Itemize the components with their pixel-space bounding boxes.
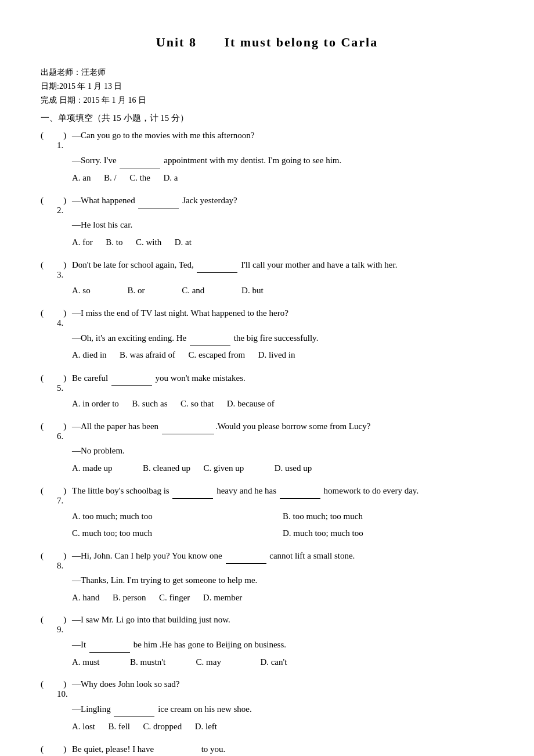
- q2-blank: [138, 193, 179, 208]
- q7-paren-open: (: [41, 486, 57, 496]
- q8-sub: —Thanks, Lin. I'm trying to get someone …: [72, 573, 493, 588]
- unit-label: Unit 8: [156, 35, 197, 49]
- question-11: ( ) 11. Be quiet, please! I have to you.…: [41, 741, 493, 756]
- q8-options: A. hand B. person C. finger D. member: [72, 589, 493, 606]
- q6-sub: —No problem.: [72, 444, 493, 459]
- q3-options: A. so B. or C. and D. but: [72, 282, 493, 299]
- page-title: Unit 8 It must belong to Carla: [41, 35, 493, 50]
- q8-paren-open: (: [41, 551, 57, 561]
- question-10: ( ) 10. —Why does John look so sad? —Lin…: [41, 677, 493, 735]
- date-info: 日期:2015 年 1 月 13 日: [41, 81, 493, 92]
- q9-paren-open: (: [41, 615, 57, 625]
- q7-opt-b: B. too much; too much: [283, 508, 493, 525]
- q8-text: —Hi, John. Can I help you? You know one …: [72, 548, 493, 564]
- q2-paren-close: ) 2.: [57, 196, 72, 215]
- author-info: 出题老师：汪老师: [41, 67, 493, 78]
- q7-opt-d: D. much too; much too: [283, 525, 493, 542]
- q4-paren-open: (: [41, 308, 57, 318]
- question-5: ( ) 5. Be careful you won't make mistake…: [41, 370, 493, 412]
- q7-options: A. too much; much too B. too much; too m…: [72, 508, 493, 541]
- q11-text: Be quiet, please! I have to you.: [72, 741, 493, 756]
- q6-paren-close: ) 6.: [57, 422, 72, 441]
- q10-options: A. lost B. fell C. dropped D. left: [72, 718, 493, 735]
- q1-blank: [120, 153, 160, 168]
- q2-paren-open: (: [41, 196, 57, 206]
- q1-text: —Can you go to the movies with me this a…: [72, 128, 493, 143]
- q7-blank1: [172, 483, 213, 499]
- q6-options: A. made up B. cleaned up C. given up D. …: [72, 460, 493, 477]
- q5-text: Be careful you won't make mistakes.: [72, 370, 493, 386]
- q4-paren-close: ) 4.: [57, 308, 72, 328]
- questions-container: ( ) 1. —Can you go to the movies with me…: [41, 128, 493, 756]
- question-1: ( ) 1. —Can you go to the movies with me…: [41, 128, 493, 186]
- question-6: ( ) 6. —All the paper has been .Would yo…: [41, 419, 493, 476]
- q4-blank: [190, 330, 230, 346]
- q5-blank: [111, 370, 152, 386]
- q1-sub: —Sorry. I've appointment with my dentist…: [72, 153, 493, 168]
- q9-blank: [89, 637, 130, 653]
- q8-paren-close: ) 8.: [57, 551, 72, 571]
- q3-paren-open: (: [41, 260, 57, 270]
- q7-paren-close: ) 7.: [57, 486, 72, 506]
- q10-paren-open: (: [41, 679, 57, 689]
- section1-header: 一、单项填空（共 15 小题，计 15 分）: [41, 113, 493, 124]
- q9-paren-close: ) 9.: [57, 615, 72, 635]
- q5-options: A. in order to B. such as C. so that D. …: [72, 395, 493, 412]
- question-2: ( ) 2. —What happened Jack yesterday? —H…: [41, 193, 493, 250]
- q5-paren-close: ) 5.: [57, 373, 72, 393]
- q11-paren-close: ) 11.: [57, 744, 72, 756]
- q1-options: A. an B. / C. the D. a: [72, 170, 493, 186]
- q9-sub: —It be him .He has gone to Beijing on bu…: [72, 637, 493, 653]
- q6-blank: [162, 419, 214, 434]
- q5-paren-open: (: [41, 373, 57, 383]
- q6-paren-open: (: [41, 422, 57, 431]
- q9-text: —I saw Mr. Li go into that building just…: [72, 613, 493, 628]
- completion-date-info: 完成 日期：2015 年 1 月 16 日: [41, 95, 493, 106]
- q7-opt-c: C. much too; too much: [72, 525, 283, 542]
- q6-text: —All the paper has been .Would you pleas…: [72, 419, 493, 434]
- question-7: ( ) 7. The little boy's schoolbag is hea…: [41, 483, 493, 541]
- q2-sub: —He lost his car.: [72, 218, 493, 233]
- question-8: ( ) 8. —Hi, John. Can I help you? You kn…: [41, 548, 493, 606]
- q7-opt-a: A. too much; much too: [72, 508, 283, 525]
- q4-sub: —Oh, it's an exciting ending. He the big…: [72, 330, 493, 346]
- q11-paren-open: (: [41, 744, 57, 754]
- q3-blank: [197, 257, 237, 273]
- q3-paren-close: ) 3.: [57, 260, 72, 280]
- q2-text: —What happened Jack yesterday?: [72, 193, 493, 208]
- q1-paren-close: ) 1.: [57, 131, 72, 150]
- q10-text: —Why does John look so sad?: [72, 677, 493, 692]
- q3-text: Don't be late for school again, Ted, I'l…: [72, 257, 493, 273]
- q4-text: —I miss the end of TV last night. What h…: [72, 306, 493, 321]
- title-subtitle: It must belong to Carla: [224, 35, 378, 49]
- question-9: ( ) 9. —I saw Mr. Li go into that buildi…: [41, 613, 493, 670]
- q10-blank: [114, 701, 154, 717]
- q10-paren-close: ) 10.: [57, 679, 72, 699]
- q7-text: The little boy's schoolbag is heavy and …: [72, 483, 493, 499]
- question-4: ( ) 4. —I miss the end of TV last night.…: [41, 306, 493, 363]
- q8-blank: [226, 548, 266, 564]
- q1-paren-open: (: [41, 131, 57, 141]
- q2-options: A. for B. to C. with D. at: [72, 234, 493, 251]
- q9-options: A. must B. mustn't C. may D. can't: [72, 654, 493, 671]
- question-3: ( ) 3. Don't be late for school again, T…: [41, 257, 493, 299]
- q10-sub: —Lingling ice cream on his new shoe.: [72, 701, 493, 717]
- q7-blank2: [280, 483, 320, 499]
- q4-options: A. died in B. was afraid of C. escaped f…: [72, 347, 493, 363]
- q11-blank: [157, 741, 198, 756]
